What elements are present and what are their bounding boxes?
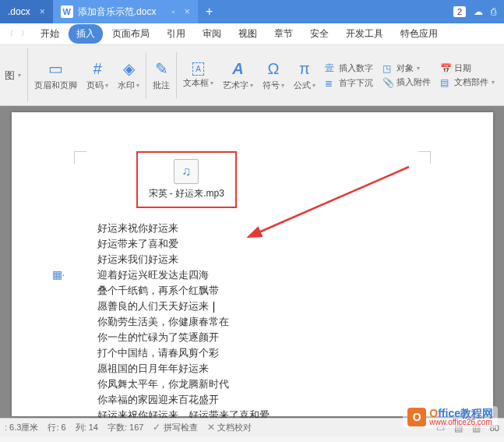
status-col: 列: 14 (76, 422, 98, 433)
dropcap-icon: ≣ (325, 78, 336, 89)
menu-security[interactable]: 安全 (302, 24, 337, 44)
document-body[interactable]: 好运来祝你好运来 好运带来了喜和爱 好运来我们好运来 迎着好运兴旺发达走四海 叠… (97, 221, 407, 418)
textbox-button[interactable]: A 文本框▾ (180, 48, 217, 102)
tab-menu-icon[interactable]: ▫ (171, 6, 174, 17)
chevron-left-icon[interactable]: 〈 (3, 29, 16, 39)
formula-button[interactable]: π 公式▾ (291, 48, 319, 102)
text-line: 好运来祝你好运来 (97, 221, 407, 236)
text-line: 迎着好运兴旺发达走四海 (97, 267, 407, 283)
object-button[interactable]: ◳对象▾ (382, 62, 431, 74)
status-spellcheck[interactable]: ✓ 拼写检查 (153, 422, 197, 433)
docpart-icon: ▤ (440, 77, 451, 88)
close-icon[interactable]: × (185, 6, 190, 17)
chevron-right-icon[interactable]: 〉 (18, 29, 31, 39)
watermark-url: www.office26.com (429, 419, 493, 426)
ribbon: 图 ▾ ▭ 页眉和页脚 # 页码▾ ◈ 水印▾ ✎ 批注 A 文本框▾ A 艺术… (0, 45, 504, 106)
attachment-button[interactable]: 📎插入附件 (382, 76, 431, 88)
menu-reference[interactable]: 引用 (159, 24, 193, 44)
wordart-button[interactable]: A 艺术字▾ (220, 48, 256, 102)
header-footer-icon: ▭ (48, 59, 63, 78)
attachment-highlight: ♫ 宋英 - 好运来.mp3 (136, 151, 237, 208)
layout-options-icon[interactable]: ▦· (52, 268, 65, 281)
margin-corner (74, 151, 86, 164)
menu-view[interactable]: 视图 (231, 24, 265, 44)
watermark-icon: ◈ (123, 59, 135, 78)
watermark-title: Office教程网 (429, 408, 493, 419)
close-icon[interactable]: × (40, 6, 45, 17)
margin-corner (418, 151, 431, 164)
ribbon-left-label: 图 (5, 69, 15, 83)
menu-special[interactable]: 特色应用 (393, 24, 446, 44)
status-row: 行: 6 (48, 422, 65, 433)
menu-insert[interactable]: 插入 (69, 24, 103, 44)
office-logo-icon: O (407, 408, 426, 426)
tab-label: 添加音乐示范.docx (78, 5, 157, 19)
tab-inactive[interactable]: .docx × (0, 0, 53, 23)
symbol-icon: Ω (268, 60, 280, 78)
word-icon: W (61, 5, 73, 18)
dropcap-button[interactable]: ≣首字下沉 (325, 77, 373, 89)
menu-layout[interactable]: 页面布局 (104, 24, 157, 44)
date-icon: 📅 (440, 63, 451, 74)
chevron-down-icon[interactable]: ▾ (18, 72, 21, 79)
document-canvas: ♫ 宋英 - 好运来.mp3 ▦· 好运来祝你好运来 好运带来了喜和爱 好运来我… (0, 106, 504, 418)
text-line: 好运带来了喜和爱 (97, 236, 407, 252)
gift-icon[interactable]: ⎙ (491, 6, 496, 17)
wordart-icon: A (232, 60, 243, 78)
music-file-icon[interactable]: ♫ (174, 159, 199, 184)
object-icon: ◳ (382, 63, 393, 74)
page-number-button[interactable]: # 页码▾ (83, 48, 111, 102)
attachment-icon: 📎 (382, 77, 393, 88)
text-line: 你一生的忙碌为了笑逐颜开 (97, 330, 407, 345)
text-line: 你幸福的家园迎来百花盛开 (97, 392, 407, 408)
page-count-badge[interactable]: 2 (453, 6, 466, 17)
status-position: : 6.3厘米 (5, 422, 38, 433)
docpart-button[interactable]: ▤文档部件▾ (440, 76, 495, 88)
text-line: 好运来祝你好运来 好运带来了喜和爱 (97, 408, 407, 418)
cloud-icon[interactable]: ☁ (474, 6, 483, 17)
text-line: 你勤劳生活美，你健康春常在 (97, 314, 407, 330)
text-line: 打个中国结，请春风剪个彩 (97, 345, 407, 361)
number-icon: 壹 (325, 62, 336, 75)
comment-button[interactable]: ✎ 批注 (150, 48, 173, 102)
header-footer-button[interactable]: ▭ 页眉和页脚 (31, 48, 80, 102)
textbox-icon: A (192, 62, 204, 76)
attachment-filename: 宋英 - 好运来.mp3 (149, 187, 224, 200)
text-line: 愿祖国的日月年年好运来 (97, 361, 407, 377)
insert-number-button[interactable]: 壹插入数字 (325, 62, 373, 75)
new-tab-button[interactable]: + (198, 5, 221, 19)
status-wordcount[interactable]: 字数: 167 (107, 422, 143, 433)
site-watermark: O Office教程网 www.office26.com (403, 406, 498, 428)
page-number-icon: # (93, 60, 101, 78)
menu-bar: 〈 〉 开始 插入 页面布局 引用 审阅 视图 章节 安全 开发工具 特色应用 (0, 23, 504, 45)
text-cursor (213, 302, 214, 313)
comment-icon: ✎ (155, 59, 168, 78)
formula-icon: π (299, 60, 310, 78)
menu-chapter[interactable]: 章节 (266, 24, 301, 44)
text-line: 你凤舞太平年，你龙腾新时代 (97, 377, 407, 392)
title-bar: .docx × W 添加音乐示范.docx ▫ × + 2 ☁ ⎙ (0, 0, 504, 23)
text-line: 叠个千纸鹤，再系个红飘带 (97, 283, 407, 299)
text-line: 好运来我们好运来 (97, 252, 407, 267)
tab-label: .docx (8, 6, 30, 17)
menu-devtools[interactable]: 开发工具 (338, 24, 391, 44)
page[interactable]: ♫ 宋英 - 好运来.mp3 ▦· 好运来祝你好运来 好运带来了喜和爱 好运来我… (12, 112, 493, 416)
date-button[interactable]: 📅日期 (440, 62, 495, 74)
watermark-button[interactable]: ◈ 水印▾ (115, 48, 143, 102)
tab-active[interactable]: W 添加音乐示范.docx ▫ × (53, 0, 198, 23)
menu-start[interactable]: 开始 (33, 24, 67, 44)
symbol-button[interactable]: Ω 符号▾ (259, 48, 287, 102)
text-line: 愿善良的人们天天好运来 (97, 299, 407, 314)
status-proof[interactable]: ✕ 文档校对 (207, 422, 252, 433)
menu-review[interactable]: 审阅 (195, 24, 229, 44)
